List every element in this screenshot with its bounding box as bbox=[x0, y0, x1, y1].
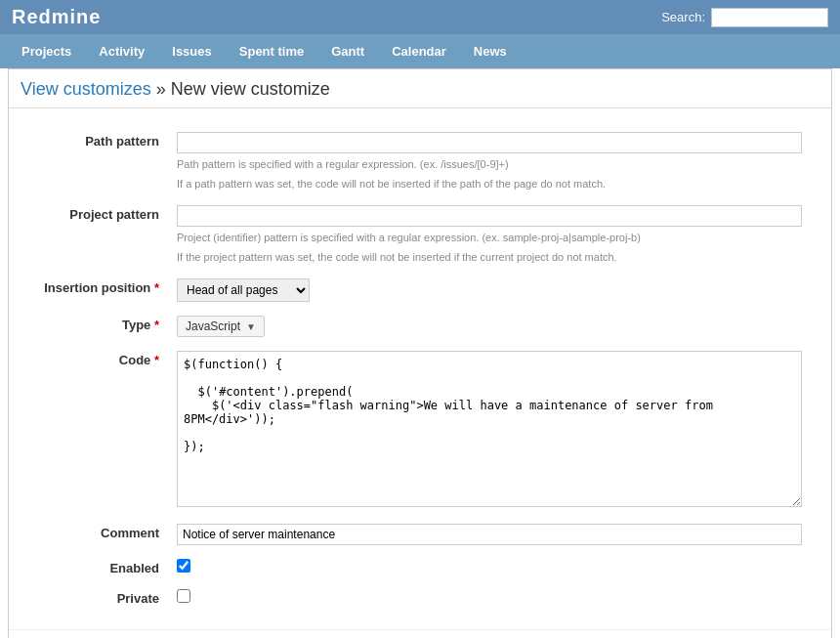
path-pattern-label: Path pattern bbox=[85, 134, 159, 149]
insertion-position-row: Insertion position * Head of all pages T… bbox=[30, 273, 810, 308]
code-row: Code * $(function() { $('#content').prep… bbox=[30, 345, 810, 516]
path-pattern-row: Path pattern Path pattern is specified w… bbox=[30, 126, 810, 197]
private-checkbox[interactable] bbox=[177, 589, 190, 603]
enabled-row: Enabled bbox=[30, 553, 810, 581]
enabled-label: Enabled bbox=[109, 561, 159, 575]
page-header: View customizes » New view customize bbox=[9, 69, 831, 108]
code-required-star: * bbox=[154, 353, 159, 367]
type-label: Type * bbox=[122, 318, 159, 332]
breadcrumb-separator: » bbox=[151, 79, 171, 99]
nav-item-gantt[interactable]: Gantt bbox=[317, 34, 378, 68]
project-pattern-hint1: Project (identifier) pattern is specifie… bbox=[177, 230, 802, 246]
main-content: Path pattern Path pattern is specified w… bbox=[9, 108, 831, 629]
search-input[interactable] bbox=[711, 8, 828, 27]
type-required-star: * bbox=[154, 318, 159, 332]
nav-item-spent-time[interactable]: Spent time bbox=[226, 34, 317, 68]
required-star: * bbox=[154, 280, 159, 295]
project-pattern-label: Project pattern bbox=[69, 207, 159, 222]
form-table: Path pattern Path pattern is specified w… bbox=[28, 124, 812, 614]
insertion-position-label: Insertion position * bbox=[44, 280, 159, 295]
code-textarea[interactable]: $(function() { $('#content').prepend( $(… bbox=[177, 351, 802, 507]
private-row: Private bbox=[30, 583, 810, 612]
project-pattern-input[interactable] bbox=[177, 205, 802, 227]
type-dropdown[interactable]: JavaScript ▼ bbox=[177, 316, 265, 337]
path-pattern-input[interactable] bbox=[177, 132, 802, 153]
path-pattern-hint2: If a path pattern was set, the code will… bbox=[177, 176, 802, 192]
header: Redmine Search: bbox=[0, 0, 840, 34]
breadcrumb-parent[interactable]: View customizes bbox=[21, 79, 151, 99]
search-area: Search: bbox=[661, 8, 828, 27]
logo: Redmine bbox=[12, 6, 101, 28]
nav-item-news[interactable]: News bbox=[460, 34, 521, 68]
buttons-area: Create Cancel bbox=[9, 629, 831, 638]
project-pattern-hint2: If the project pattern was set, the code… bbox=[177, 249, 802, 266]
type-row: Type * JavaScript ▼ bbox=[30, 310, 810, 343]
breadcrumb-current: New view customize bbox=[171, 79, 330, 99]
nav-item-projects[interactable]: Projects bbox=[8, 34, 85, 68]
path-pattern-hint1: Path pattern is specified with a regular… bbox=[177, 156, 802, 173]
code-label: Code * bbox=[119, 353, 159, 367]
project-pattern-row: Project pattern Project (identifier) pat… bbox=[30, 199, 810, 271]
search-label: Search: bbox=[661, 10, 705, 24]
type-value: JavaScript bbox=[186, 319, 240, 333]
nav: Projects Activity Issues Spent time Gant… bbox=[0, 34, 840, 68]
private-label: Private bbox=[117, 591, 159, 606]
comment-input[interactable] bbox=[177, 524, 802, 545]
nav-item-issues[interactable]: Issues bbox=[158, 34, 225, 68]
comment-row: Comment bbox=[30, 518, 810, 551]
type-dropdown-arrow: ▼ bbox=[246, 321, 256, 332]
insertion-position-select[interactable]: Head of all pages Tail of all pages Head… bbox=[177, 278, 310, 302]
enabled-checkbox[interactable] bbox=[177, 559, 190, 573]
nav-item-calendar[interactable]: Calendar bbox=[378, 34, 460, 68]
nav-item-activity[interactable]: Activity bbox=[85, 34, 158, 68]
comment-label: Comment bbox=[101, 526, 159, 540]
